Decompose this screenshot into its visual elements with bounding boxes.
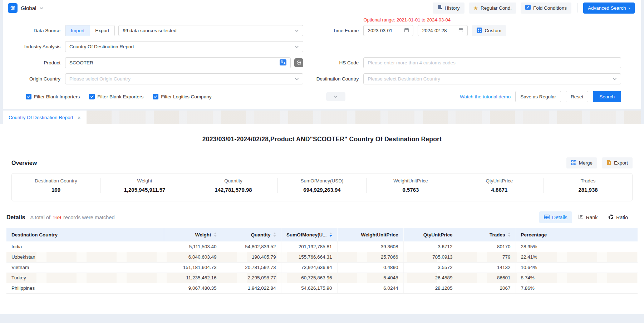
column-header-quantity[interactable]: Quantity <box>222 228 281 241</box>
start-date-input[interactable]: 2023-03-01 <box>363 25 413 36</box>
topbar: Global History ★ Regular Cond. Fold Cond… <box>3 0 641 16</box>
sort-carets-icon[interactable] <box>273 233 276 237</box>
overview-stat: Quantity142,781,579.98 <box>189 178 277 193</box>
destination-country-placeholder: Please select Destination Country <box>368 76 610 82</box>
chevron-down-icon <box>613 76 617 82</box>
filter-blank-importers-checkbox[interactable]: Filter Blank Importers <box>26 94 80 99</box>
data-cell: 5.4048 <box>337 273 403 283</box>
origin-country-select[interactable]: Please select Origin Country <box>65 73 303 84</box>
summary-prefix: A total of <box>30 215 50 220</box>
tutorial-link[interactable]: Watch the tutorial demo <box>460 94 511 99</box>
industry-analysis-select[interactable]: Country Of Destination Report <box>65 41 303 52</box>
country-cell: Philippines <box>6 283 164 293</box>
calendar-icon <box>458 28 463 34</box>
column-header-label: QtyUnitPrice <box>423 232 453 238</box>
column-header-label: SumOfMoney(U... <box>286 232 327 238</box>
tab-bar-background <box>87 111 641 124</box>
region-label: Global <box>21 5 36 11</box>
sort-carets-icon[interactable] <box>214 233 217 237</box>
checkbox-label: Filter Blank Exporters <box>97 94 143 99</box>
view-details-button[interactable]: Details <box>539 211 572 223</box>
save-as-regular-button[interactable]: Save as Regular <box>515 91 561 102</box>
column-header-destination-country: Destination Country <box>6 228 164 241</box>
destination-country-select[interactable]: Please select Destination Country <box>363 73 621 84</box>
stat-value: 694,929,263.94 <box>278 187 366 193</box>
data-cell: 779 <box>458 252 516 262</box>
time-frame-label: Time Frame <box>303 28 363 33</box>
export-button[interactable]: Export <box>602 157 633 168</box>
merge-button[interactable]: Merge <box>566 157 597 168</box>
column-header-label: WeightUnitPrice <box>361 232 398 238</box>
data-cell: 9,067,480.35 <box>164 283 222 293</box>
data-cell: 22.41% <box>516 252 638 262</box>
tab-country-of-destination-report[interactable]: Country Of Destination Report × <box>3 111 87 124</box>
translate-icon[interactable]: A <box>280 59 286 67</box>
globe-icon <box>8 3 18 13</box>
data-cell: 7.86% <box>516 283 638 293</box>
column-header-trades[interactable]: Trades <box>458 228 516 241</box>
view-rank-button[interactable]: Rank <box>574 211 603 223</box>
optional-range-text: Optional range: 2021-01-01 to 2024-03-04 <box>303 17 633 24</box>
collapse-conditions-button[interactable] <box>326 92 345 101</box>
custom-icon <box>477 28 482 34</box>
filter-logitics-company-checkbox[interactable]: Filter Logitics Company <box>153 94 211 99</box>
reset-button[interactable]: Reset <box>566 91 588 102</box>
overview-stat: WeightUnitPrice0.5763 <box>366 178 455 193</box>
advanced-search-button[interactable]: Advanced Search › <box>583 3 635 14</box>
report-content: 2023/03/01-2024/02/28,Product AND"SCOOTE… <box>0 124 644 314</box>
fold-conditions-button[interactable]: Fold Conditions <box>521 3 571 14</box>
data-cell: 3.5572 <box>403 262 458 273</box>
data-source-label: Data Source <box>11 28 65 33</box>
merge-icon <box>571 160 576 166</box>
details-icon <box>544 215 550 220</box>
form-actions: Watch the tutorial demo Save as Regular … <box>460 91 633 102</box>
chevron-down-icon <box>333 95 338 98</box>
industry-analysis-label: Industry Analysis <box>11 44 65 49</box>
start-date-value: 2023-03-01 <box>368 28 401 33</box>
stat-label: QtyUnitPrice <box>455 178 544 183</box>
table-row: Vietnam151,181,604.7320,781,592.7373,924… <box>6 262 638 273</box>
region-selector[interactable]: Global <box>8 3 44 13</box>
history-label: History <box>445 5 460 11</box>
sort-carets-icon[interactable] <box>329 233 332 237</box>
overview-stat: SumOfMoney(USD)694,929,263.94 <box>277 178 366 193</box>
column-header-weight[interactable]: Weight <box>164 228 222 241</box>
sort-carets-icon[interactable] <box>508 233 511 237</box>
export-option[interactable]: Export <box>90 25 114 36</box>
table-body: India5,111,503.4054,802,839.52201,192,78… <box>6 241 638 293</box>
view-ratio-button[interactable]: Ratio <box>604 211 633 223</box>
hs-code-input[interactable]: Please enter more than 4 customs codes <box>363 57 621 68</box>
history-button[interactable]: History <box>433 3 464 14</box>
overview-stat: QtyUnitPrice4.8671 <box>455 178 544 193</box>
custom-range-button[interactable]: Custom <box>472 25 506 36</box>
close-icon[interactable]: × <box>78 114 81 121</box>
merge-label: Merge <box>579 160 593 166</box>
view-ratio-label: Ratio <box>616 215 628 220</box>
column-header-qtyunitprice: QtyUnitPrice <box>403 228 458 241</box>
regular-cond-button[interactable]: ★ Regular Cond. <box>469 3 517 14</box>
data-sources-select[interactable]: 99 data sources selected <box>118 25 303 36</box>
fuzzy-query-icon[interactable] <box>294 58 303 67</box>
calendar-icon <box>404 28 409 34</box>
country-cell: Vietnam <box>6 262 164 273</box>
column-header-label: Weight <box>195 232 211 238</box>
data-cell: 10.64% <box>516 262 638 273</box>
stat-label: Quantity <box>189 178 277 183</box>
table-header-row: Destination CountryWeightQuantitySumOfMo… <box>6 228 638 241</box>
advanced-search-label: Advanced Search <box>588 5 626 11</box>
regular-cond-label: Regular Cond. <box>481 5 512 11</box>
custom-label: Custom <box>485 28 501 33</box>
export-label: Export <box>614 160 628 166</box>
chevron-down-icon <box>295 28 299 33</box>
column-header-sumofmoney-u[interactable]: SumOfMoney(U... <box>281 228 337 241</box>
end-date-input[interactable]: 2024-02-28 <box>418 25 468 36</box>
filter-blank-exporters-checkbox[interactable]: Filter Blank Exporters <box>89 94 143 99</box>
column-header-percentage: Percentage <box>516 228 638 241</box>
view-switch: Details Rank Ratio <box>539 211 633 223</box>
search-button[interactable]: Search <box>593 91 621 102</box>
data-cell: 54,626,175.90 <box>281 283 337 293</box>
import-option[interactable]: Import <box>65 25 90 36</box>
column-header-weightunitprice: WeightUnitPrice <box>337 228 403 241</box>
product-input[interactable]: SCOOTER A <box>65 57 291 68</box>
data-cell: 201,192,785.81 <box>281 241 337 252</box>
